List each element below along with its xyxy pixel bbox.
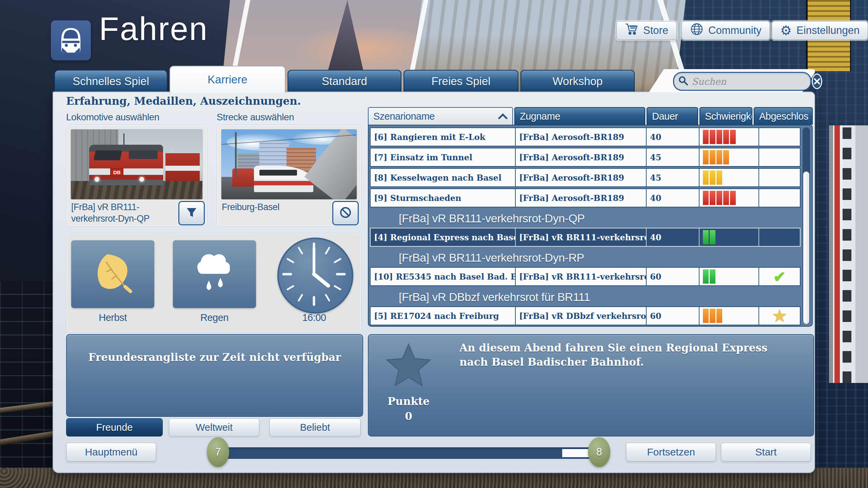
search-box[interactable]: ✕ <box>673 72 811 91</box>
difficulty-bars <box>699 307 759 325</box>
scenario-name: [8] Kesselwagen nach Basel <box>371 169 516 186</box>
route-name: Freiburg-Basel <box>222 202 327 213</box>
career-heading: Erfahrung, Medaillen, Auszeichnungen. <box>66 95 301 107</box>
leaderboard-friends-button[interactable]: Freunde <box>66 418 163 436</box>
table-scrollbar[interactable] <box>803 127 810 324</box>
sort-up-icon <box>498 111 508 122</box>
settings-button[interactable]: ⚙ Einstellungen <box>772 21 868 40</box>
route-card[interactable]: Freiburg-Basel <box>217 125 361 226</box>
scenario-row[interactable]: [5] RE17024 nach Freiburg[FrBa] vR DBbzf… <box>370 306 801 325</box>
difficulty-bar <box>730 130 736 144</box>
scenario-row[interactable]: [6] Rangieren mit E-Lok[FrBa] Aerosoft-B… <box>370 127 801 146</box>
time-clock[interactable] <box>277 238 353 313</box>
scenario-name: [4] Regional Express nach Basel Bad. Bf … <box>371 228 516 246</box>
season-tile[interactable] <box>71 240 154 308</box>
career-progress-bar <box>218 447 591 459</box>
column-header-szenarioname[interactable]: Szenarioname <box>368 107 513 125</box>
search-input[interactable] <box>688 76 812 87</box>
cart-icon <box>625 23 638 38</box>
globe-icon <box>690 22 704 39</box>
loco-card[interactable]: DB [FrBa] vR BR111-verkehrsrot-Dyn-QP <box>66 125 207 226</box>
continue-button[interactable]: Fortsetzen <box>626 443 716 462</box>
difficulty-bar <box>716 309 722 323</box>
completed-star-icon: ★ <box>772 307 786 325</box>
difficulty-bar <box>710 150 715 164</box>
search-icon <box>678 76 688 87</box>
tab-karriere[interactable]: Karriere <box>170 66 285 93</box>
tab-standard[interactable]: Standard <box>288 70 401 92</box>
tab-schnelles-spiel[interactable]: Schnelles Spiel <box>54 70 167 92</box>
route-select-label: Strecke auswählen <box>217 112 294 123</box>
scenario-row[interactable]: [10] RE5345 nach Basel Bad. Bf[FrBa] vR … <box>370 267 801 286</box>
column-header-dauer[interactable]: Dauer <box>647 107 698 125</box>
search-clear-button[interactable]: ✕ <box>812 74 822 89</box>
train-name: [FrBa] Aerosoft-BR189 <box>516 148 647 166</box>
completed-cell <box>759 128 800 146</box>
scenario-row[interactable]: [4] Regional Express nach Basel Bad. Bf … <box>370 228 801 247</box>
train-name: [FrBa] vR DBbzf verkehrsrot für BR111 <box>516 307 647 325</box>
difficulty-bar <box>710 191 715 205</box>
scenario-group-header[interactable]: [FrBa] vR DBbzf verkehrsrot für BR111 <box>370 287 801 306</box>
time-label: 16:00 <box>273 312 356 323</box>
store-button[interactable]: Store <box>616 21 677 40</box>
train-name: [FrBa] vR BR111-verkehrsrot-Dyn-RP <box>516 268 647 285</box>
scenario-name: [7] Einsatz im Tunnel <box>371 148 516 166</box>
loco-select-label: Lokomotive auswählen <box>66 112 159 123</box>
difficulty-bar <box>703 150 709 164</box>
scenario-name: [9] Sturmschaeden <box>371 189 516 207</box>
scenario-row[interactable]: [8] Kesselwagen nach Basel[FrBa] Aerosof… <box>370 168 801 187</box>
tab-freies-spiel[interactable]: Freies Spiel <box>403 70 518 92</box>
column-header-schwierigkeit[interactable]: Schwierigke <box>699 107 752 125</box>
scenario-group-header[interactable]: [FrBa] vR BR111-verkehrsrot-Dyn-RP <box>370 248 801 267</box>
difficulty-bar <box>723 191 729 205</box>
tab-workshop[interactable]: Workshop <box>520 70 635 92</box>
route-clear-button[interactable] <box>332 201 359 225</box>
difficulty-bar <box>710 230 715 244</box>
difficulty-bars <box>699 148 759 166</box>
difficulty-bar <box>703 309 709 323</box>
start-button[interactable]: Start <box>721 443 811 462</box>
difficulty-bar <box>716 150 722 164</box>
completed-cell <box>759 189 800 207</box>
weather-tile[interactable] <box>173 240 256 308</box>
route-thumbnail <box>221 129 357 200</box>
difficulty-bar <box>703 269 709 284</box>
train-name: [FrBa] Aerosoft-BR189 <box>516 128 647 146</box>
leaderboard-popular-button[interactable]: Beliebt <box>269 418 361 436</box>
difficulty-bar <box>723 130 729 144</box>
scenario-name: [10] RE5345 nach Basel Bad. Bf <box>371 268 516 285</box>
rain-cloud-icon <box>193 248 237 300</box>
scenario-details-panel: An diesem Abend fahren Sie einen Regiona… <box>368 334 814 436</box>
conditions-panel: Herbst Regen 16:00 <box>66 233 361 332</box>
table-scrollbar-thumb[interactable] <box>803 171 809 324</box>
main-panel: Erfahrung, Medaillen, Auszeichnungen. Lo… <box>53 92 815 473</box>
train-logo-icon <box>51 20 91 60</box>
column-header-abgeschlossen[interactable]: Abgeschlos <box>754 107 813 125</box>
loco-filter-button[interactable] <box>178 201 205 225</box>
leaderboard-worldwide-button[interactable]: Weltweit <box>169 418 259 436</box>
duration-value: 60 <box>647 307 699 325</box>
completed-cell <box>759 169 800 186</box>
column-header-zugname[interactable]: Zugname <box>514 107 645 125</box>
difficulty-bars <box>699 169 759 186</box>
leaf-icon <box>93 251 133 297</box>
friends-leaderboard-panel: Freundesrangliste zur Zeit nicht verfügb… <box>66 334 363 417</box>
main-menu-button[interactable]: Hauptmenü <box>66 443 156 462</box>
community-button[interactable]: Community <box>682 21 770 40</box>
duration-value: 60 <box>647 268 699 285</box>
friends-unavailable-notice: Freundesrangliste zur Zeit nicht verfügb… <box>67 351 362 363</box>
completed-cell: ★ <box>759 307 800 325</box>
difficulty-bars <box>699 228 759 246</box>
difficulty-bar <box>716 170 722 185</box>
scenario-row[interactable]: [9] Sturmschaeden[FrBa] Aerosoft-BR18940 <box>370 188 801 207</box>
page-title: Fahren <box>99 10 208 47</box>
scenario-row[interactable]: [7] Einsatz im Tunnel[FrBa] Aerosoft-BR1… <box>370 148 801 167</box>
season-label: Herbst <box>71 312 154 323</box>
duration-value: 40 <box>647 228 699 246</box>
block-icon <box>339 206 352 221</box>
settings-button-label: Einstellungen <box>796 24 860 37</box>
scenario-group-header[interactable]: [FrBa] vR BR111-verkehrsrot-Dyn-QP <box>370 209 801 228</box>
duration-value: 40 <box>647 189 699 207</box>
gear-icon: ⚙ <box>780 24 792 37</box>
difficulty-bar <box>723 150 729 164</box>
